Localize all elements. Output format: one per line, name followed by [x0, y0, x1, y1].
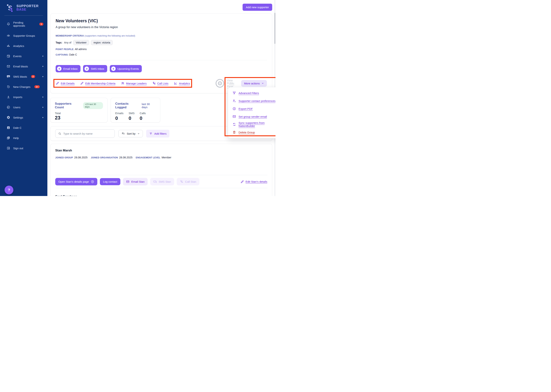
tags-mode: Any of [64, 41, 71, 44]
log-contact-button[interactable]: Log contact [100, 178, 120, 185]
sms-inbox-label: SMS Inbox [91, 67, 104, 70]
call-lists-label: Call Lists [157, 82, 168, 85]
header-divider [56, 60, 267, 60]
captains-value: Dale C [69, 53, 77, 56]
engagement-level-pair: ENGAGEMENT LEVEL Member [136, 156, 171, 159]
arrow-right-circle-icon [91, 180, 94, 183]
contacts-logged-card: Contacts Logged last 30 days Emails 0 SM… [111, 98, 160, 123]
svg-text:SMS: SMS [7, 76, 10, 77]
tag-pill-region-victoria[interactable]: region: victoria [91, 40, 113, 45]
brand-line2: BASE [16, 8, 39, 11]
menu-item-label: Supporter contact preferences [239, 99, 276, 103]
manage-leaders-link[interactable]: Manage Leaders [121, 82, 147, 85]
sidebar-item-events[interactable]: Events ▾ [0, 51, 47, 61]
membership-criteria-note: (supporters matching the following are i… [85, 34, 135, 37]
menu-item-label: Delete Group [239, 131, 255, 134]
more-actions-button[interactable]: More actions [241, 80, 267, 87]
sidebar-item-settings[interactable]: Settings ▾ [0, 112, 47, 123]
contacts-calls-col: Calls 0 [140, 112, 146, 121]
sidebar-item-supporter-groups[interactable]: Supporter Groups [0, 30, 47, 41]
add-filters-button[interactable]: Add filters [146, 130, 170, 138]
sidebar-item-pending-approvals[interactable]: Pending approvals 1 [0, 18, 47, 30]
sms-supporter-button[interactable]: SMS Stan [150, 178, 174, 185]
menu-item-set-group-sender-email[interactable]: Set group sender email [228, 113, 276, 120]
sidebar-item-sms-blasts[interactable]: SMS SMS blasts 2 ▾ [0, 71, 47, 82]
brand-s-icon: S [6, 4, 15, 12]
scrollbar-thumb[interactable] [274, 13, 276, 44]
edit-supporter-details-label: Edit Stan's details [246, 180, 267, 183]
sidebar-item-users[interactable]: Users ▾ [0, 102, 47, 112]
sidebar-item-imports[interactable]: Imports ▾ [0, 92, 47, 102]
joined-group-value: 28.08.2025 [74, 156, 88, 159]
chevron-down-icon: ▾ [42, 65, 43, 68]
sidebar-item-label: Sign out [13, 147, 23, 150]
sms-bubble-icon: SMS [7, 75, 10, 78]
call-lists-link[interactable]: Call Lists [152, 82, 168, 85]
sidebar-item-sign-out[interactable]: Sign out [0, 143, 47, 153]
search-input[interactable] [63, 132, 112, 135]
sidebar-item-label: SMS blasts [13, 75, 27, 78]
sidebar-item-email-blasts[interactable]: Email blasts ▾ [0, 61, 47, 71]
sign-out-icon [7, 146, 10, 150]
sidebar-item-label: Analytics [13, 44, 24, 48]
point-people-value: All admins [75, 48, 87, 51]
more-actions-wrap: More actions Advanced Filters Supporter … [241, 80, 267, 87]
joined-organisation-value: 28.08.2025 [119, 156, 132, 159]
upcoming-events-button[interactable]: 0 Upcoming Events [110, 65, 142, 72]
pencil-icon [240, 180, 244, 184]
sidebar-item-analytics[interactable]: Analytics [0, 41, 47, 51]
menu-item-export-pdf[interactable]: Export PDF [228, 105, 276, 113]
sms-inbox-button[interactable]: 0 SMS Inbox [83, 65, 107, 72]
people-icon [121, 82, 124, 85]
tag-pill-volunteer[interactable]: Volunteer [73, 40, 89, 45]
edit-supporter-details-link[interactable]: Edit Stan's details [240, 180, 267, 184]
help-fab-button[interactable]: ? [5, 186, 13, 194]
email-supporter-button[interactable]: Email Stan [123, 178, 148, 185]
sidebar-item-label: New Changes [13, 85, 30, 88]
menu-item-delete-group[interactable]: Delete Group [228, 128, 276, 136]
person-x-icon [232, 99, 236, 103]
search-box [55, 129, 115, 138]
edit-details-label: Edit Details [61, 82, 75, 85]
brand-text: SUPPORTER BASE [16, 4, 39, 12]
envelope-icon [126, 180, 130, 183]
contacts-sms-col: SMS 0 [129, 112, 135, 121]
person-card-icon [7, 126, 10, 130]
more-actions-label: More actions [244, 82, 260, 85]
upcoming-events-count: 0 [111, 66, 116, 71]
edit-membership-criteria-label: Edit Membership Criteria [85, 82, 116, 85]
menu-item-sync-supporters-nationbuilder[interactable]: Sync supporters from NationBuilder [228, 120, 276, 128]
sort-by-button[interactable]: Sort by [118, 130, 143, 137]
edit-membership-criteria-link[interactable]: Edit Membership Criteria [80, 82, 116, 85]
supporters-count-trend-badge: +23 last 30 days [83, 102, 103, 109]
menu-item-supporter-contact-preferences[interactable]: Supporter contact preferences [228, 97, 276, 105]
bar-chart-icon [7, 44, 10, 48]
add-new-supporter-button[interactable]: Add new supporter [243, 4, 272, 11]
app-logo[interactable]: S SUPPORTER BASE [0, 0, 47, 15]
supporters-count-header: Supporters Count +23 last 30 days [55, 102, 103, 109]
sidebar-item-new-changes[interactable]: New Changes 1+ [0, 82, 47, 92]
call-supporter-button[interactable]: Call Stan [177, 178, 199, 185]
edit-details-link[interactable]: Edit Details [56, 82, 75, 85]
chevron-down-icon: ▾ [42, 55, 43, 57]
open-details-button[interactable]: Open Stan's details page [55, 178, 97, 185]
menu-item-label: Advanced Filters [239, 91, 259, 95]
supporter-row-saul: Saul Goodman [55, 188, 267, 196]
call-supporter-label: Call Stan [185, 180, 196, 183]
sidebar-item-profile-dale-c[interactable]: Dale C [0, 123, 47, 133]
eye-icon [214, 78, 225, 89]
sidebar: S SUPPORTER BASE Pending approvals 1 Sup… [0, 0, 47, 196]
analytics-link[interactable]: Analytics [174, 82, 190, 85]
chevron-down-icon [137, 133, 140, 135]
menu-item-advanced-filters[interactable]: Advanced Filters [228, 89, 276, 97]
group-actions-right: View Public Page More actions Advanced F… [214, 78, 267, 89]
sidebar-item-help[interactable]: Help [0, 133, 47, 143]
filter-lines-icon [149, 132, 152, 135]
email-inbox-button[interactable]: 0 Email Inbox [56, 65, 80, 72]
sort-icon [122, 132, 125, 135]
engagement-level-value: Member [161, 156, 171, 159]
phone-icon [180, 180, 183, 183]
captains-line: CAPTAINS: Dale C [56, 53, 267, 56]
joined-organisation-label: JOINED ORGANISATION [91, 156, 118, 159]
membership-criteria-line: MEMBERSHIP CRITERIA (supporters matching… [56, 34, 267, 37]
